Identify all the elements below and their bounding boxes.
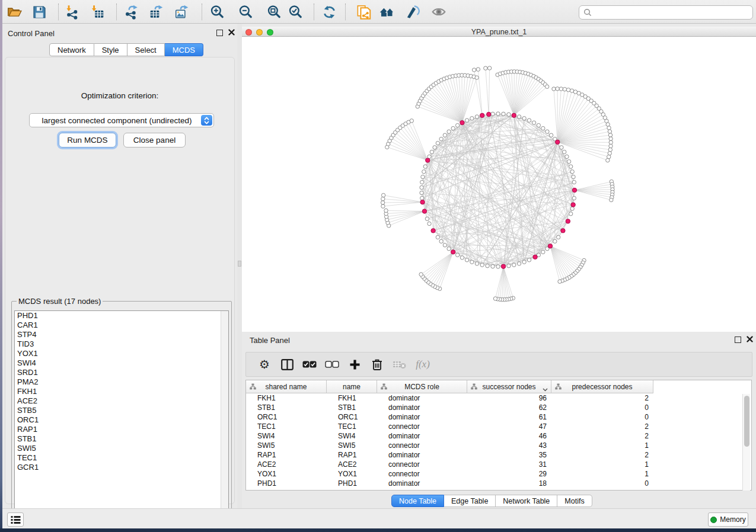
splitter-grip[interactable] — [238, 261, 241, 267]
run-mcds-button[interactable]: Run MCDS — [59, 133, 116, 148]
tab-network-table[interactable]: Network Table — [496, 495, 557, 507]
tab-motifs[interactable]: Motifs — [557, 495, 592, 507]
mcds-result-item[interactable]: PMA2 — [15, 377, 228, 387]
export-image-button[interactable] — [172, 2, 192, 22]
network-window-title: YPA_prune.txt_1 — [242, 28, 756, 36]
zoom-out-button[interactable] — [235, 2, 256, 22]
save-session-button[interactable] — [29, 2, 49, 22]
mcds-result-item[interactable]: SWI4 — [15, 358, 228, 368]
network-from-file-button[interactable] — [353, 2, 374, 22]
mcds-result-item[interactable]: STB5 — [15, 406, 228, 415]
deselect-all-icon — [325, 361, 339, 368]
mcds-result-item[interactable]: ORC1 — [15, 415, 228, 425]
tab-node-table[interactable]: Node Table — [391, 495, 444, 507]
list-icon — [11, 515, 21, 524]
network-canvas[interactable] — [242, 37, 756, 332]
table-cell: ACE2 — [246, 460, 327, 469]
table-options-button[interactable]: ⚙ — [254, 352, 275, 376]
table-cell: TEC1 — [327, 422, 377, 431]
zoom-selected-button[interactable] — [285, 2, 305, 22]
task-history-button[interactable] — [7, 512, 24, 527]
control-panel-header: Control Panel — [2, 27, 237, 41]
node-table: shared namenameMCDS rolesuccessor nodesp… — [245, 380, 752, 491]
table-scrollbar[interactable] — [742, 394, 750, 491]
search-input[interactable] — [595, 7, 752, 18]
open-session-button[interactable] — [4, 2, 24, 22]
annotations-button[interactable] — [402, 2, 422, 22]
tab-style[interactable]: Style — [94, 43, 127, 56]
criterion-select[interactable]: largest connected component (undirected) — [29, 113, 214, 127]
mcds-result-item[interactable]: STP4 — [15, 330, 228, 339]
mcds-result-item[interactable]: TID3 — [15, 339, 228, 349]
table-row[interactable]: RAP1RAP1dominator352 — [246, 450, 751, 460]
mcds-list-scrollbar[interactable] — [221, 311, 228, 515]
memory-button[interactable]: Memory — [708, 512, 748, 527]
tab-edge-table[interactable]: Edge Table — [444, 495, 496, 507]
show-panels-button[interactable] — [377, 2, 397, 22]
table-cell: ORC1 — [246, 412, 327, 422]
close-mcds-panel-button[interactable]: Close panel — [123, 133, 186, 148]
column-header-successor-nodes[interactable]: successor nodes — [467, 380, 551, 393]
table-cell: 2 — [551, 450, 653, 460]
table-row[interactable]: STB1STB1dominator620 — [246, 403, 751, 412]
mcds-result-item[interactable]: PHD1 — [15, 311, 228, 321]
table-scrollbar-thumb[interactable] — [744, 396, 749, 447]
select-all-button[interactable] — [299, 352, 320, 376]
table-cell: PHD1 — [246, 479, 327, 488]
select-all-icon — [302, 361, 317, 368]
mcds-result-item[interactable]: CAR1 — [15, 321, 228, 330]
zoom-fit-button[interactable] — [264, 2, 284, 22]
main-toolbar — [2, 0, 756, 24]
column-header-MCDS-role[interactable]: MCDS role — [377, 380, 467, 393]
network-window-titlebar[interactable]: YPA_prune.txt_1 — [242, 27, 756, 37]
mcds-result-item[interactable]: ACE2 — [15, 396, 228, 406]
panel-splitter[interactable] — [237, 24, 242, 508]
mcds-result-item[interactable]: RAP1 — [15, 425, 228, 434]
mcds-result-item[interactable]: SWI5 — [15, 444, 228, 453]
add-row-button[interactable] — [344, 352, 365, 376]
mcds-result-item[interactable]: GCR1 — [15, 463, 228, 472]
table-cell: 43 — [467, 441, 551, 450]
tab-mcds[interactable]: MCDS — [165, 43, 203, 56]
column-header-predecessor-nodes[interactable]: predecessor nodes — [551, 380, 653, 393]
toggle-visibility-button[interactable] — [429, 2, 449, 22]
float-table-panel-button[interactable] — [735, 336, 741, 343]
table-cell: 62 — [467, 403, 551, 412]
mcds-result-item[interactable]: FKH1 — [15, 387, 228, 396]
mcds-result-item[interactable]: YOX1 — [15, 349, 228, 358]
export-network-button[interactable] — [122, 2, 142, 22]
refresh-network-button[interactable] — [319, 2, 339, 22]
import-network-button[interactable] — [62, 2, 82, 22]
table-row[interactable]: SWI4SWI4dominator462 — [246, 431, 751, 441]
function-builder-button[interactable]: f(x) — [412, 352, 433, 376]
close-table-panel-button[interactable] — [745, 335, 754, 344]
table-row[interactable]: YOX1YOX1connector291 — [246, 469, 751, 479]
mcds-result-item[interactable]: SRD1 — [15, 368, 228, 377]
table-row[interactable]: ORC1ORC1dominator610 — [246, 412, 751, 422]
table-row[interactable]: PHD1PHD1dominator180 — [246, 479, 751, 488]
mcds-result-item[interactable]: TEC1 — [15, 453, 228, 463]
delete-rows-button[interactable] — [366, 352, 388, 376]
table-row[interactable]: TEC1TEC1connector472 — [246, 422, 751, 431]
close-panel-button[interactable] — [227, 28, 235, 37]
column-header-shared-name[interactable]: shared name — [246, 380, 327, 393]
column-header-name[interactable]: name — [327, 380, 377, 393]
tab-select[interactable]: Select — [127, 43, 165, 56]
import-table-button[interactable] — [87, 2, 107, 22]
clear-table-button[interactable] — [388, 352, 410, 376]
table-header-row: shared namenameMCDS rolesuccessor nodesp… — [246, 380, 653, 393]
export-table-button[interactable] — [146, 2, 167, 22]
table-cell: RAP1 — [246, 450, 327, 460]
table-row[interactable]: ACE2ACE2connector311 — [246, 460, 751, 469]
control-panel: Control Panel NetworkStyleSelectMCDS Opt… — [2, 24, 237, 508]
zoom-in-button[interactable] — [207, 2, 227, 22]
table-row[interactable]: SWI5SWI5connector431 — [246, 441, 751, 450]
float-panel-button[interactable] — [216, 30, 223, 36]
mcds-result-list[interactable]: PHD1CAR1STP4TID3YOX1SWI4SRD1PMA2FKH1ACE2… — [14, 310, 229, 515]
table-panel: Table Panel ⚙ — [242, 332, 756, 508]
mcds-result-item[interactable]: STB1 — [15, 434, 228, 444]
tab-network[interactable]: Network — [49, 43, 94, 56]
deselect-all-button[interactable] — [321, 352, 343, 376]
show-columns-button[interactable] — [276, 352, 298, 376]
table-row[interactable]: FKH1FKH1dominator962 — [246, 393, 751, 403]
